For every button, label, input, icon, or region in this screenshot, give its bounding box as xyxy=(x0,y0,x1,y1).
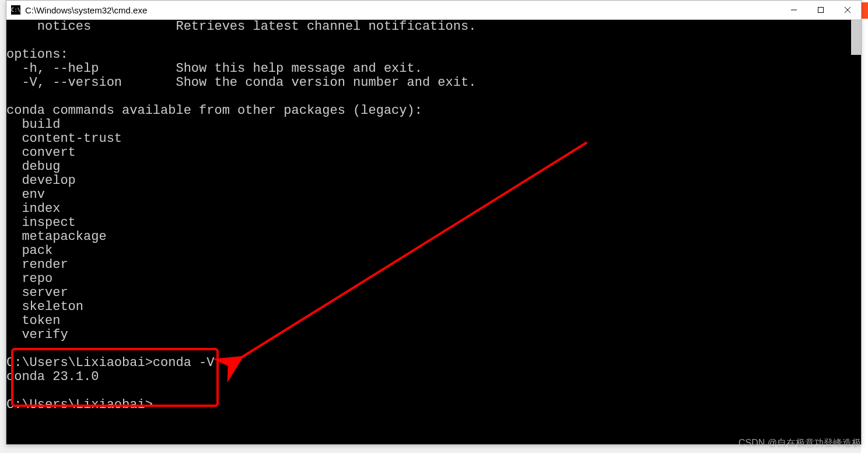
minimize-button[interactable] xyxy=(780,1,807,19)
maximize-button[interactable] xyxy=(807,1,834,19)
minimize-icon xyxy=(790,6,797,13)
maximize-icon xyxy=(817,6,824,13)
cmd-icon: C:\ xyxy=(11,5,20,15)
cmd-window: C:\ C:\Windows\system32\cmd.exe notices … xyxy=(6,0,862,445)
svg-rect-1 xyxy=(818,8,824,13)
close-icon xyxy=(844,6,851,13)
cropped-right-edge xyxy=(861,0,868,453)
scrollbar-track[interactable] xyxy=(851,20,861,55)
watermark-text: CSDN @自在极意功登峰造极 xyxy=(738,437,861,449)
titlebar[interactable]: C:\ C:\Windows\system32\cmd.exe xyxy=(6,1,861,20)
window-title: C:\Windows\system32\cmd.exe xyxy=(25,5,780,15)
terminal-output[interactable]: notices Retrieves latest channel notific… xyxy=(6,20,861,444)
close-button[interactable] xyxy=(834,1,861,19)
cropped-red-fragment xyxy=(861,2,868,19)
